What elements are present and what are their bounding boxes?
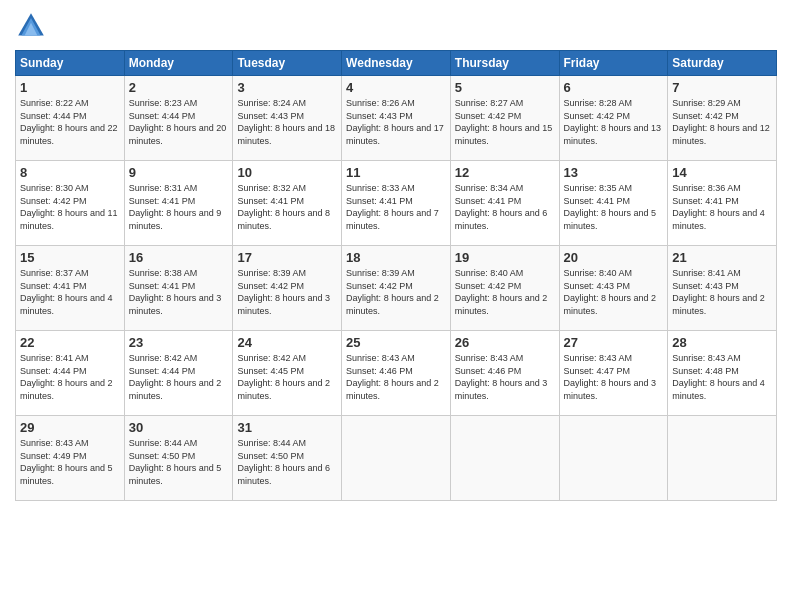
day-info: Sunrise: 8:34 AM Sunset: 4:41 PM Dayligh… — [455, 182, 555, 232]
calendar-cell: 28 Sunrise: 8:43 AM Sunset: 4:48 PM Dayl… — [668, 331, 777, 416]
day-number: 18 — [346, 250, 446, 265]
day-number: 24 — [237, 335, 337, 350]
calendar-cell: 2 Sunrise: 8:23 AM Sunset: 4:44 PM Dayli… — [124, 76, 233, 161]
day-number: 13 — [564, 165, 664, 180]
calendar-cell: 30 Sunrise: 8:44 AM Sunset: 4:50 PM Dayl… — [124, 416, 233, 501]
day-number: 7 — [672, 80, 772, 95]
calendar-cell: 29 Sunrise: 8:43 AM Sunset: 4:49 PM Dayl… — [16, 416, 125, 501]
day-info: Sunrise: 8:43 AM Sunset: 4:46 PM Dayligh… — [346, 352, 446, 402]
day-header-wednesday: Wednesday — [342, 51, 451, 76]
day-number: 20 — [564, 250, 664, 265]
day-info: Sunrise: 8:43 AM Sunset: 4:49 PM Dayligh… — [20, 437, 120, 487]
calendar-cell: 13 Sunrise: 8:35 AM Sunset: 4:41 PM Dayl… — [559, 161, 668, 246]
day-info: Sunrise: 8:44 AM Sunset: 4:50 PM Dayligh… — [129, 437, 229, 487]
day-number: 27 — [564, 335, 664, 350]
calendar-cell: 17 Sunrise: 8:39 AM Sunset: 4:42 PM Dayl… — [233, 246, 342, 331]
day-number: 28 — [672, 335, 772, 350]
calendar-cell: 15 Sunrise: 8:37 AM Sunset: 4:41 PM Dayl… — [16, 246, 125, 331]
logo — [15, 10, 51, 42]
week-row-4: 22 Sunrise: 8:41 AM Sunset: 4:44 PM Dayl… — [16, 331, 777, 416]
week-row-2: 8 Sunrise: 8:30 AM Sunset: 4:42 PM Dayli… — [16, 161, 777, 246]
calendar-cell: 7 Sunrise: 8:29 AM Sunset: 4:42 PM Dayli… — [668, 76, 777, 161]
day-info: Sunrise: 8:40 AM Sunset: 4:43 PM Dayligh… — [564, 267, 664, 317]
day-number: 15 — [20, 250, 120, 265]
calendar-cell: 19 Sunrise: 8:40 AM Sunset: 4:42 PM Dayl… — [450, 246, 559, 331]
day-number: 31 — [237, 420, 337, 435]
week-row-3: 15 Sunrise: 8:37 AM Sunset: 4:41 PM Dayl… — [16, 246, 777, 331]
day-info: Sunrise: 8:43 AM Sunset: 4:46 PM Dayligh… — [455, 352, 555, 402]
calendar-cell: 18 Sunrise: 8:39 AM Sunset: 4:42 PM Dayl… — [342, 246, 451, 331]
week-row-5: 29 Sunrise: 8:43 AM Sunset: 4:49 PM Dayl… — [16, 416, 777, 501]
day-number: 3 — [237, 80, 337, 95]
day-header-friday: Friday — [559, 51, 668, 76]
day-info: Sunrise: 8:30 AM Sunset: 4:42 PM Dayligh… — [20, 182, 120, 232]
day-number: 10 — [237, 165, 337, 180]
day-info: Sunrise: 8:26 AM Sunset: 4:43 PM Dayligh… — [346, 97, 446, 147]
day-number: 22 — [20, 335, 120, 350]
calendar-cell — [450, 416, 559, 501]
week-row-1: 1 Sunrise: 8:22 AM Sunset: 4:44 PM Dayli… — [16, 76, 777, 161]
calendar-cell: 21 Sunrise: 8:41 AM Sunset: 4:43 PM Dayl… — [668, 246, 777, 331]
calendar-cell: 16 Sunrise: 8:38 AM Sunset: 4:41 PM Dayl… — [124, 246, 233, 331]
calendar-cell: 4 Sunrise: 8:26 AM Sunset: 4:43 PM Dayli… — [342, 76, 451, 161]
calendar-cell: 25 Sunrise: 8:43 AM Sunset: 4:46 PM Dayl… — [342, 331, 451, 416]
calendar-cell: 27 Sunrise: 8:43 AM Sunset: 4:47 PM Dayl… — [559, 331, 668, 416]
day-header-monday: Monday — [124, 51, 233, 76]
day-number: 9 — [129, 165, 229, 180]
day-info: Sunrise: 8:44 AM Sunset: 4:50 PM Dayligh… — [237, 437, 337, 487]
header-row: SundayMondayTuesdayWednesdayThursdayFrid… — [16, 51, 777, 76]
logo-icon — [15, 10, 47, 42]
day-number: 6 — [564, 80, 664, 95]
day-header-tuesday: Tuesday — [233, 51, 342, 76]
day-number: 4 — [346, 80, 446, 95]
calendar-cell: 1 Sunrise: 8:22 AM Sunset: 4:44 PM Dayli… — [16, 76, 125, 161]
day-header-sunday: Sunday — [16, 51, 125, 76]
day-info: Sunrise: 8:28 AM Sunset: 4:42 PM Dayligh… — [564, 97, 664, 147]
day-info: Sunrise: 8:33 AM Sunset: 4:41 PM Dayligh… — [346, 182, 446, 232]
calendar-cell: 3 Sunrise: 8:24 AM Sunset: 4:43 PM Dayli… — [233, 76, 342, 161]
day-info: Sunrise: 8:42 AM Sunset: 4:44 PM Dayligh… — [129, 352, 229, 402]
page: SundayMondayTuesdayWednesdayThursdayFrid… — [0, 0, 792, 612]
calendar-cell: 26 Sunrise: 8:43 AM Sunset: 4:46 PM Dayl… — [450, 331, 559, 416]
calendar-cell: 10 Sunrise: 8:32 AM Sunset: 4:41 PM Dayl… — [233, 161, 342, 246]
day-info: Sunrise: 8:41 AM Sunset: 4:43 PM Dayligh… — [672, 267, 772, 317]
calendar-cell: 6 Sunrise: 8:28 AM Sunset: 4:42 PM Dayli… — [559, 76, 668, 161]
day-info: Sunrise: 8:41 AM Sunset: 4:44 PM Dayligh… — [20, 352, 120, 402]
day-info: Sunrise: 8:24 AM Sunset: 4:43 PM Dayligh… — [237, 97, 337, 147]
day-info: Sunrise: 8:22 AM Sunset: 4:44 PM Dayligh… — [20, 97, 120, 147]
day-number: 26 — [455, 335, 555, 350]
day-info: Sunrise: 8:43 AM Sunset: 4:47 PM Dayligh… — [564, 352, 664, 402]
calendar-cell: 9 Sunrise: 8:31 AM Sunset: 4:41 PM Dayli… — [124, 161, 233, 246]
day-number: 30 — [129, 420, 229, 435]
calendar-cell — [559, 416, 668, 501]
day-number: 23 — [129, 335, 229, 350]
day-number: 16 — [129, 250, 229, 265]
day-number: 2 — [129, 80, 229, 95]
calendar-cell: 11 Sunrise: 8:33 AM Sunset: 4:41 PM Dayl… — [342, 161, 451, 246]
day-info: Sunrise: 8:23 AM Sunset: 4:44 PM Dayligh… — [129, 97, 229, 147]
day-info: Sunrise: 8:40 AM Sunset: 4:42 PM Dayligh… — [455, 267, 555, 317]
day-number: 11 — [346, 165, 446, 180]
calendar-cell: 20 Sunrise: 8:40 AM Sunset: 4:43 PM Dayl… — [559, 246, 668, 331]
calendar-cell: 31 Sunrise: 8:44 AM Sunset: 4:50 PM Dayl… — [233, 416, 342, 501]
day-info: Sunrise: 8:42 AM Sunset: 4:45 PM Dayligh… — [237, 352, 337, 402]
calendar-cell: 14 Sunrise: 8:36 AM Sunset: 4:41 PM Dayl… — [668, 161, 777, 246]
day-number: 8 — [20, 165, 120, 180]
calendar-cell: 12 Sunrise: 8:34 AM Sunset: 4:41 PM Dayl… — [450, 161, 559, 246]
day-number: 25 — [346, 335, 446, 350]
day-header-saturday: Saturday — [668, 51, 777, 76]
day-info: Sunrise: 8:32 AM Sunset: 4:41 PM Dayligh… — [237, 182, 337, 232]
day-info: Sunrise: 8:27 AM Sunset: 4:42 PM Dayligh… — [455, 97, 555, 147]
day-info: Sunrise: 8:36 AM Sunset: 4:41 PM Dayligh… — [672, 182, 772, 232]
day-info: Sunrise: 8:31 AM Sunset: 4:41 PM Dayligh… — [129, 182, 229, 232]
calendar-cell: 22 Sunrise: 8:41 AM Sunset: 4:44 PM Dayl… — [16, 331, 125, 416]
day-header-thursday: Thursday — [450, 51, 559, 76]
day-info: Sunrise: 8:39 AM Sunset: 4:42 PM Dayligh… — [237, 267, 337, 317]
header — [15, 10, 777, 42]
calendar-cell: 8 Sunrise: 8:30 AM Sunset: 4:42 PM Dayli… — [16, 161, 125, 246]
day-info: Sunrise: 8:37 AM Sunset: 4:41 PM Dayligh… — [20, 267, 120, 317]
calendar: SundayMondayTuesdayWednesdayThursdayFrid… — [15, 50, 777, 501]
day-number: 19 — [455, 250, 555, 265]
day-number: 14 — [672, 165, 772, 180]
day-info: Sunrise: 8:35 AM Sunset: 4:41 PM Dayligh… — [564, 182, 664, 232]
